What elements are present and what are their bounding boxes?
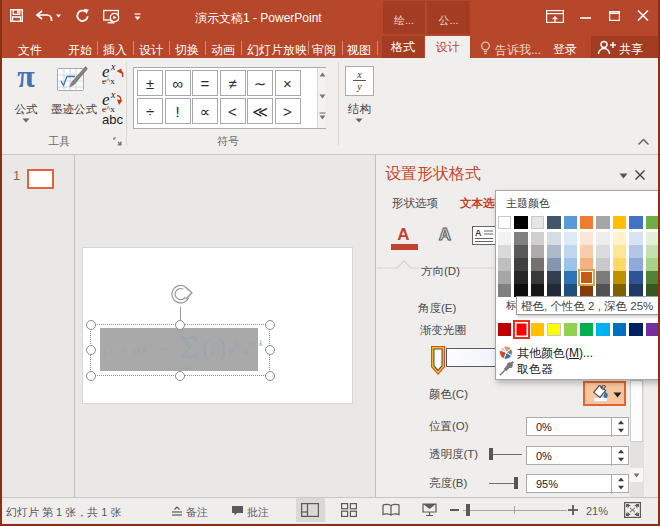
svg-text:A: A: [475, 228, 482, 238]
